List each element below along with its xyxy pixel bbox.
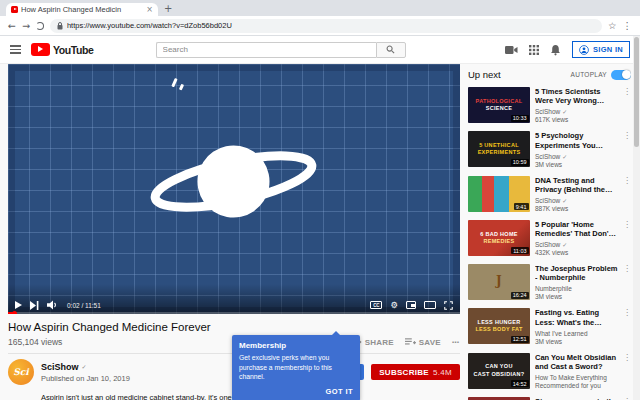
video-item-title[interactable]: The Josephus Problem - Numberphile (535, 264, 618, 283)
video-item-channel[interactable]: SciShow (535, 197, 560, 204)
subscribe-button[interactable]: SUBSCRIBE 5.4M (371, 364, 460, 380)
video-thumbnail[interactable]: 9:41 (468, 176, 530, 212)
video-item-title[interactable]: 5 Psychology Experiments You Couldn't Do… (535, 131, 618, 150)
up-next-video-item[interactable]: 9:41 DNA Testing and Privacy (Behind the… (468, 176, 631, 212)
verified-badge-icon: ✓ (82, 363, 87, 370)
channel-avatar[interactable]: Sci (8, 359, 34, 385)
video-thumbnail[interactable]: 5 UNETHICAL EXPERIMENTS 10:59 (468, 131, 530, 167)
verified-badge-icon: ✓ (562, 108, 567, 115)
page-scrollbar[interactable] (633, 36, 640, 400)
upload-video-icon[interactable] (505, 45, 518, 55)
sign-in-button[interactable]: SIGN IN (572, 41, 630, 58)
up-next-video-item[interactable]: PATHOLOGICAL SCIENCE 10:33 5 Times Scien… (468, 87, 631, 123)
settings-gear-icon[interactable]: ⚙ (390, 301, 398, 310)
theater-mode-icon[interactable] (424, 301, 436, 309)
video-text-block: Can You Melt Obsidian and Cast a Sword? … (535, 353, 618, 389)
video-item-channel[interactable]: SciShow (535, 241, 560, 248)
search-input[interactable] (156, 42, 376, 58)
miniplayer-icon[interactable] (406, 301, 416, 309)
duration-badge: 10:33 (511, 115, 529, 122)
item-menu-icon[interactable]: ⋮ (623, 220, 631, 256)
browser-tab[interactable]: How Aspirin Changed Medicin × (6, 3, 158, 16)
video-item-views: 432K views (535, 249, 618, 256)
browser-address-bar: ← → https://www.youtube.com/watch?v=dZob… (0, 16, 640, 36)
volume-icon[interactable] (47, 300, 59, 310)
apps-grid-icon[interactable] (529, 45, 539, 55)
video-item-channel-row: Numberphile ✓ (535, 285, 618, 292)
video-thumbnail[interactable]: 6 BAD HOME REMEDIES 11:03 (468, 220, 530, 256)
thumbnail-text: SCIENCE (486, 105, 513, 112)
item-menu-icon[interactable]: ⋮ (623, 176, 631, 212)
browser-menu-icon[interactable]: ⋮ (623, 21, 633, 31)
scrollbar-thumb[interactable] (634, 37, 639, 147)
up-next-video-item[interactable]: 6 BAD HOME REMEDIES 11:03 5 Popular 'Hom… (468, 220, 631, 256)
video-item-channel-row: What I've Learned ✓ (535, 330, 618, 337)
video-item-title[interactable]: 5 Popular 'Home Remedies' That Don't Act… (535, 220, 618, 239)
video-thumbnail[interactable]: PATHOLOGICAL SCIENCE 10:33 (468, 87, 530, 123)
video-item-title[interactable]: DNA Testing and Privacy (Behind the scen… (535, 176, 618, 195)
video-item-title[interactable]: Fasting vs. Eating Less: What's the Diff… (535, 308, 618, 327)
forward-icon[interactable]: → (22, 21, 30, 31)
up-next-list: PATHOLOGICAL SCIENCE 10:33 5 Times Scien… (468, 87, 631, 400)
item-menu-icon[interactable]: ⋮ (623, 353, 631, 389)
thumbnail-text: REMEDIES (483, 238, 514, 245)
url-box[interactable]: https://www.youtube.com/watch?v=dZob56bd… (50, 19, 602, 33)
back-icon[interactable]: ← (8, 21, 16, 31)
video-item-title[interactable]: 5 Times Scientists Were Very Wrong About… (535, 87, 618, 106)
up-next-video-item[interactable]: LESS HUNGER LESS BODY FAT 12:51 Fasting … (468, 308, 631, 344)
video-player[interactable]: 0:02 / 11:51 CC ⚙ (8, 64, 460, 314)
video-item-channel[interactable]: What I've Learned (535, 330, 588, 337)
duration-badge: 11:03 (511, 247, 528, 254)
save-button[interactable]: SAVE (405, 338, 441, 347)
tab-close-icon[interactable]: × (146, 6, 153, 14)
video-item-channel-row: SciShow ✓ (535, 197, 618, 204)
new-tab-button[interactable]: + (164, 3, 172, 14)
save-label: SAVE (419, 338, 441, 347)
captions-icon[interactable]: CC (370, 301, 382, 309)
video-thumbnail[interactable]: CAN YOU CAST OBSIDIAN? 14:52 (468, 353, 530, 389)
next-icon[interactable] (30, 301, 39, 310)
url-text: https://www.youtube.com/watch?v=dZob56bd… (67, 21, 232, 30)
progress-bar[interactable] (8, 312, 460, 314)
browser-tab-strip: How Aspirin Changed Medicin × + (0, 0, 640, 16)
video-item-channel[interactable]: Numberphile (535, 285, 572, 292)
play-icon[interactable] (15, 301, 22, 309)
thumbnail-text: J (496, 274, 502, 290)
reload-icon[interactable] (36, 22, 44, 30)
bookmark-star-icon[interactable]: ☆ (608, 21, 617, 31)
subscriber-count: 5.4M (433, 368, 452, 377)
item-menu-icon[interactable]: ⋮ (623, 87, 631, 123)
notifications-bell-icon[interactable] (550, 44, 561, 56)
channel-name-row: SciShow ✓ (41, 362, 130, 372)
item-menu-icon[interactable]: ⋮ (623, 131, 631, 167)
hamburger-menu-icon[interactable] (10, 45, 21, 54)
search-button[interactable] (376, 42, 406, 58)
video-item-channel[interactable]: How To Make Everything (535, 374, 607, 381)
playlist-add-icon (405, 338, 416, 347)
video-thumbnail[interactable]: LESS HUNGER LESS BODY FAT 12:51 (468, 308, 530, 344)
tab-title: How Aspirin Changed Medicin (21, 5, 143, 14)
more-actions-icon[interactable]: ⋯ (452, 338, 460, 347)
up-next-video-item[interactable]: 5 UNETHICAL EXPERIMENTS 10:59 5 Psycholo… (468, 131, 631, 167)
item-menu-icon[interactable]: ⋮ (623, 308, 631, 344)
video-thumbnail[interactable]: J 16:24 (468, 264, 530, 300)
up-next-label: Up next (468, 69, 501, 80)
verified-badge-icon: ✓ (562, 241, 567, 248)
autoplay-toggle[interactable] (611, 70, 631, 80)
sign-in-label: SIGN IN (593, 45, 623, 54)
up-next-video-item[interactable]: CAN YOU CAST OBSIDIAN? 14:52 Can You Mel… (468, 353, 631, 389)
up-next-video-item[interactable]: J 16:24 The Josephus Problem - Numberphi… (468, 264, 631, 300)
header-actions: SIGN IN (505, 41, 630, 58)
channel-name[interactable]: SciShow (41, 362, 79, 372)
lock-icon (57, 22, 63, 30)
item-menu-icon[interactable]: ⋮ (623, 264, 631, 300)
youtube-logo[interactable]: YouTube (31, 43, 94, 56)
fullscreen-icon[interactable] (444, 301, 453, 310)
view-count: 165,104 views (8, 337, 62, 347)
video-item-channel[interactable]: SciShow (535, 153, 560, 160)
video-item-channel[interactable]: SciShow (535, 108, 560, 115)
got-it-button[interactable]: GOT IT (239, 387, 353, 396)
video-item-title[interactable]: Can You Melt Obsidian and Cast a Sword? (535, 353, 618, 372)
progress-scrubber[interactable] (12, 311, 17, 315)
thumbnail-text: 5 UNETHICAL (479, 142, 519, 149)
